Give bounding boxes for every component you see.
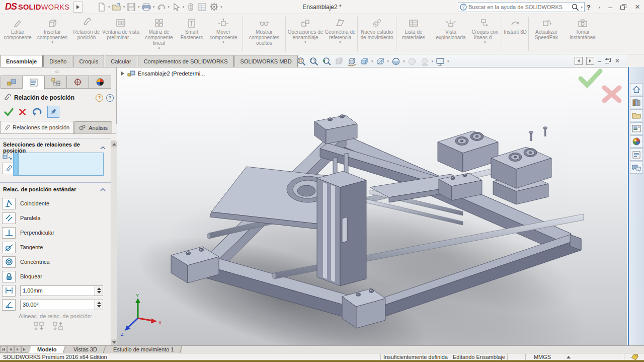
dropdown-caret[interactable]: ▾: [138, 5, 140, 9]
smart-fasteners-button[interactable]: Smart Fasteners: [178, 16, 205, 53]
hide-show-items-icon[interactable]: [390, 56, 401, 67]
help-button[interactable]: ?: [587, 4, 591, 11]
anti-aligned-icon[interactable]: [52, 321, 63, 331]
flyout-feature-tree[interactable]: Ensamblaje2 (Predetermi...: [121, 70, 205, 77]
options-gear-button[interactable]: [209, 2, 219, 12]
distance-input[interactable]: [20, 285, 95, 296]
dropdown-caret[interactable]: ▾: [432, 59, 434, 63]
view-settings-icon[interactable]: [435, 56, 446, 67]
assembly-features-button[interactable]: Operaciones de ensamblaje▾: [287, 16, 324, 53]
dropdown-caret[interactable]: ▾: [158, 46, 160, 50]
zoom-area-icon[interactable]: [308, 56, 319, 67]
show-hidden-components-button[interactable]: Mostrar componentes ocultos: [244, 16, 284, 53]
apply-scene-icon[interactable]: [419, 56, 430, 67]
file-properties-button[interactable]: [197, 2, 207, 12]
help-search-box[interactable]: ? ▾: [458, 2, 585, 12]
explode-sketch-button[interactable]: Croquis con líneas d...▾: [469, 16, 501, 53]
tab-property-manager[interactable]: [23, 76, 45, 90]
design-library-button[interactable]: [630, 96, 643, 108]
help-icon[interactable]: ?: [106, 94, 114, 102]
rotate-view-icon[interactable]: [346, 56, 357, 67]
bill-of-materials-button[interactable]: Lista de materiales: [397, 16, 430, 53]
tab-mates[interactable]: Relaciones de posición: [0, 121, 74, 133]
mate-parallel-row[interactable]: Paralela: [2, 212, 40, 224]
undo-button[interactable]: [156, 2, 166, 12]
previous-window-button[interactable]: [575, 57, 583, 65]
mate-perpendicular-row[interactable]: Perpendicular: [2, 227, 54, 239]
rebuild-button[interactable]: [186, 2, 196, 12]
mate-button[interactable]: Relación de posición: [71, 16, 102, 53]
dropdown-caret[interactable]: ▾: [304, 40, 306, 44]
custom-properties-button[interactable]: [630, 149, 643, 161]
mate-lock-row[interactable]: Bloquear: [2, 270, 42, 282]
tab-configuration-manager[interactable]: [45, 76, 67, 89]
tab-analysis[interactable]: Análisis: [74, 121, 112, 133]
tab-calcular[interactable]: Calcular: [105, 55, 137, 67]
preview-window-button[interactable]: Ventana de vista preliminar ...: [102, 16, 140, 53]
tree-root-label[interactable]: Ensamblaje2 (Predetermi...: [138, 70, 205, 77]
tab-modelo[interactable]: Modelo: [29, 346, 65, 353]
selections-section-header[interactable]: Selecciones de relaciones de posición: [0, 141, 109, 154]
mate-concentric-row[interactable]: Concéntrica: [2, 256, 50, 268]
new-document-button[interactable]: [97, 2, 107, 12]
next-tab-button[interactable]: [14, 346, 21, 353]
search-input[interactable]: [468, 4, 570, 10]
take-snapshot-button[interactable]: Tomar instantánea: [563, 16, 602, 53]
tab-croquis[interactable]: Croquis: [73, 55, 104, 67]
open-document-button[interactable]: [112, 2, 122, 12]
help-caret[interactable]: ▾: [599, 6, 601, 9]
tab-solidworks-mbd[interactable]: SOLIDWORKS MBD: [234, 55, 298, 67]
dropdown-caret[interactable]: ▾: [484, 40, 486, 44]
edit-component-button[interactable]: Editar componente: [2, 16, 33, 53]
dropdown-caret[interactable]: ▾: [387, 59, 389, 63]
distance-spinner[interactable]: [95, 285, 103, 296]
mate-tangent-row[interactable]: Tangente: [2, 241, 43, 253]
expand-arrow-icon[interactable]: [121, 71, 125, 76]
close-button[interactable]: ×: [635, 2, 640, 12]
appearances-button[interactable]: [630, 135, 643, 148]
confirmation-corner[interactable]: [581, 71, 619, 101]
reference-geometry-button[interactable]: Geometría de referencia▾: [324, 16, 356, 53]
file-explorer-button[interactable]: [630, 109, 643, 121]
dropdown-caret[interactable]: ▾: [447, 59, 449, 63]
restore-button[interactable]: [620, 4, 627, 10]
dropdown-caret[interactable]: ▾: [222, 40, 224, 44]
doc-restore-button[interactable]: [605, 58, 611, 64]
keep-visible-pin-button[interactable]: [47, 106, 59, 118]
graphics-viewport[interactable]: Y X Z Ensamblaje2 (Predetermi...: [117, 67, 627, 345]
distance-mate-row[interactable]: [2, 284, 103, 297]
dropdown-caret[interactable]: ▾: [220, 5, 222, 9]
view-palette-button[interactable]: [630, 122, 643, 134]
edit-appearance-icon[interactable]: [407, 56, 418, 67]
dropdown-caret[interactable]: ▾: [371, 59, 373, 63]
angle-spinner[interactable]: [95, 300, 103, 310]
first-tab-button[interactable]: [0, 346, 7, 353]
previous-view-icon[interactable]: [321, 56, 332, 67]
search-dropdown-caret[interactable]: ▾: [581, 6, 583, 9]
units-label[interactable]: MMGS: [526, 354, 558, 360]
last-tab-button[interactable]: [21, 346, 28, 353]
forum-button[interactable]: [630, 162, 643, 174]
doc-close-button[interactable]: ×: [615, 57, 619, 65]
dropdown-caret[interactable]: ▾: [123, 5, 125, 9]
tab-display-manager[interactable]: [89, 76, 111, 89]
aligned-icon[interactable]: [33, 321, 44, 331]
units-caret-icon[interactable]: [567, 356, 571, 358]
tags-icon[interactable]: [631, 354, 639, 360]
select-cursor-button[interactable]: [171, 2, 181, 12]
zoom-fit-icon[interactable]: [296, 56, 307, 67]
section-view-icon[interactable]: [334, 56, 345, 67]
collapse-chevron-icon[interactable]: [100, 146, 106, 150]
tab-vistas-3d[interactable]: Vistas 3D: [65, 346, 105, 353]
panel-scrollbar[interactable]: [111, 140, 117, 346]
print-button[interactable]: [141, 2, 151, 12]
prev-tab-button[interactable]: [7, 346, 14, 353]
motor-block[interactable]: [491, 127, 551, 188]
angle-input[interactable]: [20, 300, 95, 310]
assembly-3d-view[interactable]: Y X Z: [117, 67, 627, 345]
tab-ensamblaje[interactable]: Ensamblaje: [0, 55, 43, 67]
confirm-ok-check[interactable]: [581, 71, 600, 85]
tab-feature-manager[interactable]: [1, 76, 23, 89]
collapse-chevron-icon[interactable]: [100, 188, 106, 191]
dropdown-caret[interactable]: ▾: [108, 5, 110, 9]
